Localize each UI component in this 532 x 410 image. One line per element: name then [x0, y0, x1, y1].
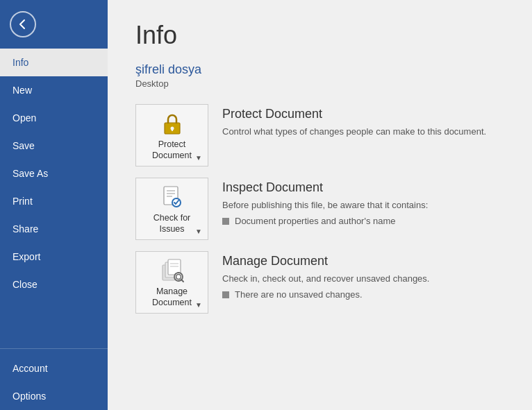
protect-document-title: Protect Document	[222, 107, 486, 121]
manage-dropdown-icon: ▼	[195, 301, 202, 309]
sidebar-item-info[interactable]: Info	[0, 49, 108, 76]
main-content: Info şifreli dosya Desktop ProtectDocume…	[108, 0, 532, 410]
sidebar-item-save-as[interactable]: Save As	[0, 160, 108, 187]
protect-document-info: Protect Document Control what types of c…	[222, 104, 486, 142]
manage-btn-label: ManageDocument	[152, 286, 192, 309]
protect-dropdown-icon: ▼	[195, 154, 202, 162]
sidebar: Info New Open Save Save As Print Share E…	[0, 0, 108, 410]
inspect-btn-label: Check forIssues	[153, 212, 191, 235]
protect-btn-label: ProtectDocument	[152, 139, 192, 162]
document-location: Desktop	[135, 78, 504, 89]
back-button[interactable]	[6, 3, 40, 45]
sidebar-item-account[interactable]: Account	[0, 355, 108, 382]
inspect-document-title: Inspect Document	[222, 180, 428, 195]
manage-list-item-0: There are no unsaved changes.	[222, 289, 429, 300]
sidebar-divider	[0, 348, 108, 349]
document-title: şifreli dosya	[135, 62, 504, 77]
sidebar-item-options[interactable]: Options	[0, 382, 108, 410]
bullet-icon	[222, 218, 229, 225]
inspect-icon	[160, 185, 185, 210]
protect-document-button[interactable]: ProtectDocument ▼	[135, 104, 208, 166]
manage-document-desc: Check in, check out, and recover unsaved…	[222, 273, 429, 285]
protect-document-desc: Control what types of changes people can…	[222, 126, 486, 138]
manage-document-title: Manage Document	[222, 254, 429, 268]
inspect-dropdown-icon: ▼	[195, 228, 202, 235]
lock-icon	[160, 111, 185, 136]
sidebar-item-new[interactable]: New	[0, 76, 108, 104]
bullet-icon-2	[222, 291, 229, 298]
sidebar-spacer	[0, 298, 108, 343]
manage-document-card: ManageDocument ▼ Manage Document Check i…	[135, 251, 504, 314]
sidebar-item-close[interactable]: Close	[0, 271, 108, 298]
sidebar-item-share[interactable]: Share	[0, 215, 108, 243]
protect-document-card: ProtectDocument ▼ Protect Document Contr…	[135, 104, 504, 166]
inspect-document-desc: Before publishing this file, be aware th…	[222, 199, 428, 212]
page-title: Info	[135, 21, 504, 50]
back-circle-icon	[10, 11, 36, 37]
svg-line-15	[181, 280, 183, 282]
sidebar-item-export[interactable]: Export	[0, 243, 108, 271]
svg-rect-2	[171, 128, 172, 131]
manage-document-info: Manage Document Check in, check out, and…	[222, 251, 429, 300]
sidebar-item-open[interactable]: Open	[0, 104, 108, 132]
check-for-issues-button[interactable]: Check forIssues ▼	[135, 178, 208, 240]
manage-icon	[160, 258, 185, 283]
inspect-list-item-0: Document properties and author's name	[222, 216, 428, 226]
sidebar-item-save[interactable]: Save	[0, 132, 108, 160]
inspect-document-card: Check forIssues ▼ Inspect Document Befor…	[135, 178, 504, 240]
sidebar-item-print[interactable]: Print	[0, 187, 108, 215]
manage-document-button[interactable]: ManageDocument ▼	[135, 251, 208, 314]
inspect-document-info: Inspect Document Before publishing this …	[222, 178, 428, 226]
